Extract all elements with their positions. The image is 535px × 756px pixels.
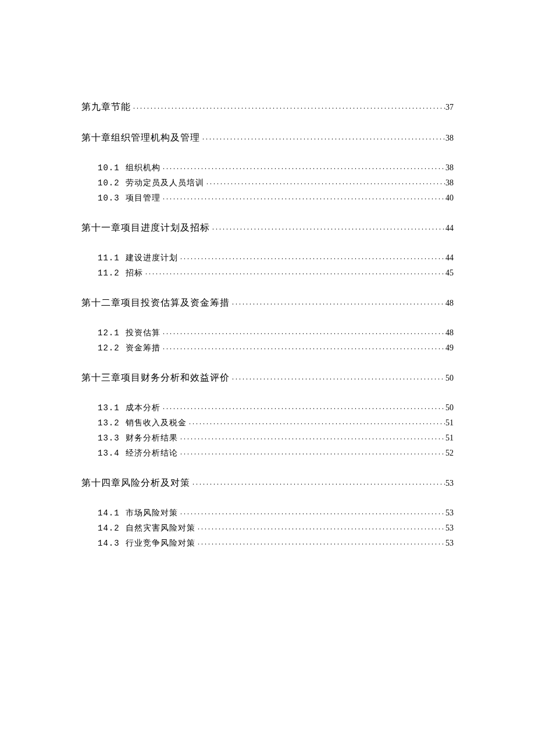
toc-chapter-title: 第十二章项目投资估算及资金筹措 xyxy=(81,295,230,311)
toc-page-number: 50 xyxy=(445,370,454,386)
toc-dot-leader xyxy=(204,175,445,189)
toc-section-group: 14.1市场风险对策5314.2自然灾害风险对策5314.3行业竞争风险对策53 xyxy=(81,506,454,551)
toc-chapter-title: 第十章组织管理机构及管理 xyxy=(81,130,200,146)
toc-page-number: 44 xyxy=(445,220,454,237)
toc-section-title: 资金筹措 xyxy=(126,341,160,356)
toc-dot-leader xyxy=(160,160,445,174)
toc-page-number: 49 xyxy=(445,341,454,356)
toc-section-title: 劳动定员及人员培训 xyxy=(126,175,204,191)
toc-page-number: 53 xyxy=(445,521,454,536)
toc-dot-leader xyxy=(187,415,445,429)
toc-dot-leader xyxy=(195,536,445,550)
toc-dot-leader xyxy=(178,506,445,519)
toc-section-entry: 11.1建设进度计划44 xyxy=(81,250,454,266)
toc-section-title: 项目管理 xyxy=(126,191,160,206)
toc-page-number: 52 xyxy=(445,446,454,461)
toc-page-number: 53 xyxy=(445,536,454,551)
toc-section-entry: 13.4经济分析结论52 xyxy=(81,446,454,461)
toc-section-entry: 10.1组织机构38 xyxy=(81,160,454,175)
toc-page-number: 44 xyxy=(445,250,454,266)
toc-section-entry: 10.3项目管理40 xyxy=(81,191,454,206)
toc-section-number: 14.2 xyxy=(98,521,126,536)
toc-page-number: 51 xyxy=(445,415,454,431)
toc-section-number: 13.2 xyxy=(98,415,126,431)
toc-dot-leader xyxy=(230,295,445,310)
toc-page-number: 38 xyxy=(445,130,454,146)
toc-section-title: 成本分析 xyxy=(126,400,160,415)
toc-section-entry: 12.1投资估算48 xyxy=(81,325,454,341)
toc-section-group: 11.1建设进度计划4411.2招标45 xyxy=(81,250,454,281)
toc-chapter-title: 第十四章风险分析及对策 xyxy=(81,475,190,491)
toc-chapter-entry: 第十二章项目投资估算及资金筹措48 xyxy=(81,295,454,311)
toc-section-number: 13.4 xyxy=(98,446,126,461)
toc-section-title: 行业竞争风险对策 xyxy=(126,536,195,551)
toc-dot-leader xyxy=(160,191,445,205)
toc-chapter-title: 第九章节能 xyxy=(81,99,131,115)
toc-section-number: 13.3 xyxy=(98,431,126,446)
toc-dot-leader xyxy=(143,266,445,280)
toc-dot-leader xyxy=(230,370,445,385)
toc-section-group: 10.1组织机构3810.2劳动定员及人员培训3810.3项目管理40 xyxy=(81,160,454,206)
toc-section-number: 11.1 xyxy=(98,250,126,266)
toc-chapter-entry: 第十章组织管理机构及管理38 xyxy=(81,130,454,146)
toc-chapter-entry: 第十三章项目财务分析和效益评价50 xyxy=(81,370,454,386)
toc-page-number: 38 xyxy=(445,160,454,175)
toc-section-title: 销售收入及税金 xyxy=(126,415,187,431)
toc-section-entry: 14.1市场风险对策53 xyxy=(81,506,454,521)
toc-page-number: 38 xyxy=(445,175,454,191)
toc-section-entry: 11.2招标45 xyxy=(81,266,454,281)
toc-section-entry: 13.3财务分析结果51 xyxy=(81,431,454,446)
toc-section-number: 11.2 xyxy=(98,266,126,281)
toc-section-entry: 13.1成本分析50 xyxy=(81,400,454,415)
toc-chapter-title: 第十一章项目进度计划及招标 xyxy=(81,220,210,236)
toc-section-entry: 14.3行业竞争风险对策53 xyxy=(81,536,454,551)
toc-section-number: 12.1 xyxy=(98,325,126,341)
toc-chapter-entry: 第九章节能37 xyxy=(81,99,454,116)
toc-section-title: 财务分析结果 xyxy=(126,431,178,446)
toc-page-number: 40 xyxy=(445,191,454,206)
toc-dot-leader xyxy=(160,341,445,354)
toc-dot-leader xyxy=(160,400,445,414)
toc-page-number: 48 xyxy=(445,325,454,341)
toc-page-number: 51 xyxy=(445,431,454,446)
toc-section-number: 14.3 xyxy=(98,536,126,551)
toc-section-entry: 12.2资金筹措49 xyxy=(81,341,454,356)
toc-dot-leader xyxy=(178,431,445,445)
toc-section-number: 14.1 xyxy=(98,506,126,521)
toc-section-entry: 10.2劳动定员及人员培训38 xyxy=(81,175,454,191)
toc-page-number: 53 xyxy=(445,475,454,492)
toc-section-title: 建设进度计划 xyxy=(126,250,178,266)
toc-dot-leader xyxy=(200,130,445,145)
toc-section-title: 组织机构 xyxy=(126,160,160,175)
toc-section-number: 10.2 xyxy=(98,175,126,191)
toc-page-number: 45 xyxy=(445,266,454,281)
toc-dot-leader xyxy=(190,475,445,490)
toc-chapter-entry: 第十四章风险分析及对策53 xyxy=(81,475,454,492)
toc-section-title: 投资估算 xyxy=(126,325,160,341)
toc-dot-leader xyxy=(195,521,445,535)
toc-page-number: 48 xyxy=(445,295,454,311)
toc-section-number: 12.2 xyxy=(98,341,126,356)
toc-dot-leader xyxy=(210,220,445,235)
toc-page-number: 50 xyxy=(445,400,454,415)
toc-section-entry: 14.2自然灾害风险对策53 xyxy=(81,521,454,536)
toc-section-title: 自然灾害风险对策 xyxy=(126,521,195,536)
table-of-contents: 第九章节能37第十章组织管理机构及管理3810.1组织机构3810.2劳动定员及… xyxy=(81,99,454,551)
toc-section-title: 招标 xyxy=(126,266,143,281)
toc-chapter-entry: 第十一章项目进度计划及招标44 xyxy=(81,220,454,237)
toc-section-title: 经济分析结论 xyxy=(126,446,178,461)
toc-dot-leader xyxy=(160,325,445,339)
toc-section-number: 10.1 xyxy=(98,160,126,175)
toc-section-number: 10.3 xyxy=(98,191,126,206)
toc-section-group: 13.1成本分析5013.2销售收入及税金5113.3财务分析结果5113.4经… xyxy=(81,400,454,461)
toc-section-number: 13.1 xyxy=(98,400,126,415)
toc-section-entry: 13.2销售收入及税金51 xyxy=(81,415,454,431)
toc-chapter-title: 第十三章项目财务分析和效益评价 xyxy=(81,370,230,386)
toc-dot-leader xyxy=(178,446,445,460)
toc-dot-leader xyxy=(178,250,445,264)
toc-section-group: 12.1投资估算4812.2资金筹措49 xyxy=(81,325,454,356)
toc-page-number: 53 xyxy=(445,506,454,521)
toc-section-title: 市场风险对策 xyxy=(126,506,178,521)
toc-dot-leader xyxy=(131,99,445,114)
toc-page-number: 37 xyxy=(445,99,454,116)
